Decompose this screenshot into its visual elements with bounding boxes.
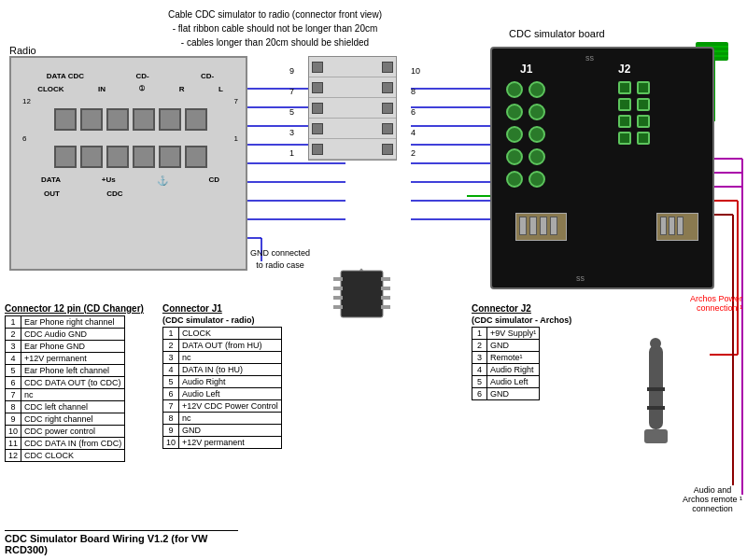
j1-pin-9 bbox=[506, 171, 523, 188]
radio-second-labels: CLOCK IN ➀ R L bbox=[21, 85, 240, 93]
cable-desc-line2: - flat ribbon cable should not be longer… bbox=[168, 21, 382, 35]
conn-pin-right-4 bbox=[382, 123, 393, 134]
pin-number: 4 bbox=[472, 364, 487, 376]
pin-number: 1 bbox=[162, 328, 178, 340]
conn-row-4 bbox=[309, 119, 396, 139]
pin-desc: CDC DATA OUT (to CDC) bbox=[21, 377, 125, 389]
small-connector-cdc bbox=[515, 213, 567, 241]
pin-number: 11 bbox=[6, 438, 21, 450]
pin-number: 8 bbox=[6, 401, 21, 413]
table-row: 8nc bbox=[162, 413, 281, 425]
pin-desc: Ear Phone left channel bbox=[21, 365, 125, 377]
conn-pin-right-5 bbox=[382, 144, 393, 155]
pin-number: 2 bbox=[6, 329, 21, 341]
j2-pin-5 bbox=[618, 115, 631, 128]
connector-j1-subtitle: (CDC simulator - radio) bbox=[162, 315, 282, 325]
j2-pin-8 bbox=[637, 132, 650, 145]
table-row: 5Audio Left bbox=[472, 376, 540, 388]
pin-number: 9 bbox=[162, 425, 178, 437]
pin-number: 4 bbox=[162, 364, 178, 376]
svg-rect-37 bbox=[333, 277, 343, 281]
svg-rect-38 bbox=[333, 287, 343, 290]
conn-pin-left-2 bbox=[312, 82, 323, 93]
pin-number: 5 bbox=[162, 376, 178, 388]
pin-row-1 bbox=[21, 108, 240, 131]
table-row: 4DATA IN (to HU) bbox=[162, 364, 281, 376]
j1-pin-3 bbox=[506, 104, 523, 120]
pin-number: 9 bbox=[6, 413, 21, 426]
conn-row-5 bbox=[309, 139, 396, 160]
conn-pin-left-3 bbox=[312, 103, 323, 114]
radio-label: Radio bbox=[9, 45, 36, 56]
small-conn-pins bbox=[516, 214, 566, 238]
pin-desc: nc bbox=[21, 389, 125, 401]
table-row: 11CDC DATA IN (from CDC) bbox=[6, 438, 125, 450]
connector-j2-table-area: Connector J2 (CDC simulator - Archos) 1+… bbox=[472, 303, 571, 400]
sc-r-pin-1 bbox=[660, 217, 667, 235]
radio-top-labels: DATA CDC CD- CD- bbox=[21, 72, 240, 80]
audio-archos-label: Audio and Archos remote ¹ connection bbox=[683, 485, 742, 513]
j2-pin-row-4 bbox=[618, 132, 650, 145]
pin-desc: DATA OUT (from HU) bbox=[178, 340, 281, 352]
table-row: 3Ear Phone GND bbox=[6, 341, 125, 353]
table-row: 2DATA OUT (from HU) bbox=[162, 340, 281, 352]
table-row: 1+9V Supply¹ bbox=[472, 328, 540, 340]
gnd-label: GND connected to radio case bbox=[250, 248, 310, 270]
conn-row-2 bbox=[309, 77, 396, 98]
svg-rect-44 bbox=[381, 305, 390, 309]
radio-bottom-labels2: OUT CDC bbox=[21, 189, 240, 198]
connector-12pin-table-area: Connector 12 pin (CD Changer) 1Ear Phone… bbox=[5, 303, 144, 462]
pin-number: 4 bbox=[6, 353, 21, 365]
pin-number: 6 bbox=[6, 377, 21, 389]
row1-numbers: 12 7 bbox=[21, 97, 240, 105]
connector-12pin-title: Connector 12 pin (CD Changer) bbox=[5, 303, 144, 314]
pin-desc: CLOCK bbox=[178, 328, 281, 340]
pin-desc: Audio Right bbox=[487, 364, 540, 376]
pin-desc: +9V Supply¹ bbox=[487, 328, 540, 340]
table-row: 6Audio Left bbox=[162, 388, 281, 400]
pin-1-5 bbox=[159, 108, 181, 131]
pin-desc: GND bbox=[178, 425, 281, 437]
pin-2-2 bbox=[80, 146, 103, 168]
table-row: 5Audio Right bbox=[162, 376, 281, 388]
pin-number: 6 bbox=[162, 388, 178, 400]
pin-desc: CDC power control bbox=[21, 426, 125, 438]
conn-pin-left-4 bbox=[312, 123, 323, 134]
table-row: 9GND bbox=[162, 425, 281, 437]
svg-rect-40 bbox=[333, 305, 343, 309]
j2-label: J2 bbox=[618, 63, 630, 76]
pin-number: 2 bbox=[472, 340, 487, 352]
bottom-tables: Connector 12 pin (CD Changer) 1Ear Phone… bbox=[5, 303, 282, 462]
conn-pin-left-5 bbox=[312, 144, 323, 155]
pin-1-6 bbox=[185, 108, 207, 131]
svg-rect-41 bbox=[381, 277, 390, 281]
pin-desc: +12V permanent bbox=[21, 353, 125, 365]
pin-desc: Audio Right bbox=[178, 376, 281, 388]
connector-j1-table: 1CLOCK2DATA OUT (from HU)3nc4DATA IN (to… bbox=[162, 327, 282, 449]
svg-rect-49 bbox=[644, 429, 668, 443]
pin-desc: GND bbox=[487, 340, 540, 352]
pin-desc: DATA IN (to HU) bbox=[178, 364, 281, 376]
conn-row-3 bbox=[309, 98, 396, 119]
pin-number: 5 bbox=[472, 376, 487, 388]
pin-2-1 bbox=[54, 146, 77, 168]
pin-number: 1 bbox=[472, 328, 487, 340]
table-row: 8CDC left channel bbox=[6, 401, 125, 413]
gnd-text: GND connected to radio case bbox=[250, 247, 310, 271]
pin-desc: CDC DATA IN (from CDC) bbox=[21, 438, 125, 450]
table-row: 12CDC CLOCK bbox=[6, 450, 125, 462]
pin-1-1 bbox=[54, 108, 77, 131]
pin-number: 7 bbox=[162, 400, 178, 413]
pin-1-4 bbox=[133, 108, 155, 131]
connector-right-numbers: 10 8 6 4 2 bbox=[411, 61, 420, 163]
table-row: 1CLOCK bbox=[162, 328, 281, 340]
ss-bottom: ss bbox=[576, 273, 585, 283]
pin-2-5 bbox=[159, 146, 181, 168]
j1-pin-4 bbox=[529, 104, 545, 120]
j2-pin-2 bbox=[637, 81, 650, 94]
j2-pin-row-2 bbox=[618, 98, 650, 111]
connector-j2-subtitle: (CDC simulator - Archos) bbox=[472, 315, 571, 325]
table-row: 9CDC right channel bbox=[6, 413, 125, 426]
pin-1-2 bbox=[80, 108, 103, 131]
ss-top: ss bbox=[585, 53, 594, 63]
